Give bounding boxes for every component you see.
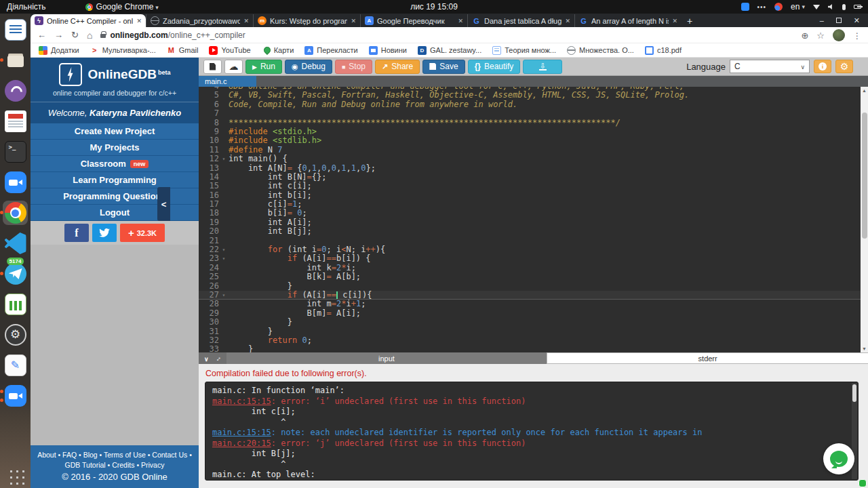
footer-link[interactable]: Blog (83, 451, 98, 459)
collapse-console-icon[interactable] (204, 354, 209, 363)
tab-input[interactable]: input (226, 352, 547, 364)
footer-link[interactable]: Privacy (141, 461, 164, 469)
brand-title[interactable]: OnlineGDB (88, 67, 157, 81)
bookmark-item[interactable]: Теория множ... (492, 46, 556, 55)
profile-avatar[interactable] (833, 29, 845, 41)
browser-tab[interactable]: Zadania_przygotowawcz (146, 14, 253, 27)
upload-button[interactable] (224, 60, 243, 74)
bookmark-item[interactable]: Карти (262, 46, 294, 55)
zoom-tray-icon[interactable] (741, 3, 749, 11)
bookmark-item[interactable]: Перекласти (304, 46, 357, 55)
code-line-10[interactable]: 10#include <stdlib.h> (199, 136, 868, 145)
info-button[interactable] (814, 60, 831, 73)
bookmark-item[interactable]: YouTube (209, 46, 250, 55)
sidebar-item-learn-programming[interactable]: Learn Programming (31, 172, 199, 188)
footer-link[interactable]: Terms of Use (104, 451, 146, 459)
footer-link[interactable]: GDB Tutorial (65, 461, 106, 469)
chat-status-icon[interactable] (859, 479, 867, 487)
tab-stderr[interactable]: stderr (547, 352, 868, 364)
fold-marker[interactable] (219, 254, 229, 263)
code-line-27[interactable]: 27 if (A[i]== c[i]){ (199, 291, 868, 300)
code-line-14[interactable]: 14 int B[N]={}; (199, 173, 868, 182)
microphone-icon[interactable] (842, 4, 846, 10)
settings-button[interactable] (835, 60, 853, 73)
code-line-28[interactable]: 28 int m=2*i+1; (199, 300, 868, 308)
tab-close-icon[interactable] (243, 18, 249, 24)
new-file-button[interactable] (203, 60, 222, 74)
bookmark-item[interactable]: Новини (369, 46, 407, 55)
home-button[interactable] (87, 30, 92, 41)
code-line-9[interactable]: 9#include <stdio.h> (199, 127, 868, 136)
dock-item-settings[interactable] (3, 323, 28, 347)
scroll-down-icon[interactable] (861, 346, 868, 351)
code-line-11[interactable]: 11#define N 7 (199, 146, 868, 155)
clock[interactable]: лис 19 15:09 (410, 2, 458, 12)
dock-item-libreoffice-calc[interactable] (3, 292, 28, 317)
tray-app-icon[interactable] (774, 3, 783, 11)
onlinegdb-logo[interactable] (59, 63, 82, 86)
code-line-16[interactable]: 16 int b[i]; (199, 191, 868, 200)
footer-link[interactable]: FAQ (62, 451, 77, 459)
code-line-24[interactable]: 24 int k=2*i; (199, 264, 868, 272)
code-line-5[interactable]: 5C#, VB, Swift, Pascal, Fortran, Haskell… (199, 91, 868, 100)
browser-tab[interactable]: Google Переводчик (360, 14, 467, 27)
activities-button[interactable]: Діяльність (0, 2, 53, 12)
code-line-20[interactable]: 20 int B[j]; (199, 227, 868, 236)
editor-scrollbar[interactable] (861, 87, 868, 352)
sidebar-collapse-handle[interactable] (157, 187, 170, 221)
bookmark-item[interactable]: GAL. zestawy... (418, 46, 481, 55)
dock-item-news-site[interactable] (3, 109, 28, 134)
tab-close-icon[interactable] (458, 18, 463, 24)
code-line-30[interactable]: 30 } (199, 318, 868, 327)
bookmark-item[interactable]: Gmail (167, 46, 199, 55)
tab-close-icon[interactable] (136, 18, 142, 24)
keyboard-layout-indicator[interactable]: en (791, 2, 805, 12)
twitter-button[interactable] (92, 224, 117, 242)
restore-button[interactable] (836, 18, 842, 23)
code-line-18[interactable]: 18 b[i]= 0; (199, 209, 868, 218)
tray-overflow-icon[interactable]: ••• (757, 3, 767, 11)
code-line-13[interactable]: 13 int A[N]= {0,1,0,0,1,1,0}; (199, 164, 868, 173)
language-select[interactable]: C (730, 60, 810, 73)
dock-item-app-grid[interactable] (3, 464, 28, 488)
dock-item-libreoffice-writer[interactable] (3, 18, 28, 42)
error-location-link[interactable]: main.c:15:15 (212, 396, 271, 406)
bookmark-item[interactable]: Додатки (39, 46, 79, 55)
footer-link[interactable]: Contact Us (152, 451, 187, 459)
code-line-7[interactable]: 7 (199, 109, 868, 118)
new-tab-button[interactable] (682, 14, 698, 27)
code-line-32[interactable]: 32 return 0; (199, 336, 868, 345)
dock-item-zoom[interactable] (3, 170, 28, 195)
dock-item-vscode[interactable] (3, 231, 28, 256)
zoom-page-icon[interactable] (801, 29, 808, 41)
facebook-button[interactable] (64, 224, 89, 242)
code-area[interactable]: 4GDB online is an online compiler and de… (199, 87, 868, 352)
expand-console-icon[interactable] (212, 353, 222, 363)
lock-icon[interactable] (100, 34, 106, 38)
code-line-6[interactable]: 6Code, Compile, Run and Debug online fro… (199, 100, 868, 109)
dock-item-terminal[interactable] (3, 140, 28, 164)
code-line-19[interactable]: 19 int A[i]; (199, 218, 868, 227)
code-line-17[interactable]: 17 c[i]=1; (199, 200, 868, 209)
code-line-25[interactable]: 25 B[k]= A[b]; (199, 272, 868, 281)
code-line-23[interactable]: 23 if (A[i]==b[i]) { (199, 254, 868, 263)
sidebar-item-my-projects[interactable]: My Projects (31, 140, 199, 156)
dock-item-viber[interactable] (3, 79, 28, 103)
code-line-33[interactable]: 33 } (199, 345, 868, 352)
browser-tab[interactable]: An array A of length N is (574, 14, 682, 27)
network-icon[interactable] (813, 5, 820, 9)
code-line-26[interactable]: 26 } (199, 282, 868, 291)
error-location-link[interactable]: main.c:15:15 (212, 428, 271, 437)
download-button[interactable] (523, 60, 562, 74)
back-button[interactable] (37, 30, 46, 40)
browser-tab[interactable]: Online C++ Compiler - onl (31, 14, 146, 27)
minimize-button[interactable] (820, 16, 824, 24)
chat-widget-button[interactable] (823, 443, 854, 474)
code-line-22[interactable]: 22 for (int i=0; i<N; i++){ (199, 245, 868, 254)
code-line-8[interactable]: 8***************************************… (199, 119, 868, 127)
code-line-31[interactable]: 31 } (199, 327, 868, 336)
tab-close-icon[interactable] (351, 18, 356, 24)
code-line-12[interactable]: 12int main() { (199, 155, 868, 163)
dock-item-chrome[interactable] (3, 201, 28, 225)
code-line-21[interactable]: 21 (199, 237, 868, 245)
